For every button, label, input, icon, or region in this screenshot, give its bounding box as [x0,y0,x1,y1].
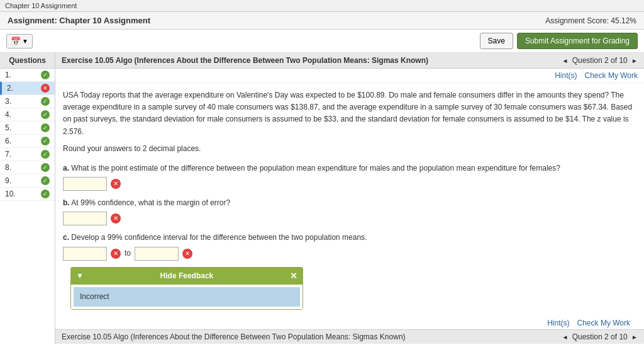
question-item-4[interactable]: 4.✓ [0,108,55,122]
question-number-4: 4. [5,110,11,119]
part-b-error-icon: ✕ [111,213,121,224]
questions-list: 1.✓2.✕3.✓4.✓5.✓6.✓7.✓8.✓9.✓10.✓ [0,69,55,201]
page-header: Assignment: Chapter 10 Assignment Assign… [0,12,644,30]
title-text: Chapter 10 Assignment [5,2,77,9]
part-c: c. Develop a 99% confidence interval for… [63,232,636,260]
question-status-icon-2: ✕ [41,84,50,93]
assignment-title: Assignment: Chapter 10 Assignment [8,16,150,25]
question-body: USA Today reports that the average expen… [55,83,644,344]
question-item-7[interactable]: 7.✓ [0,148,55,161]
hint-bar-top: Hint(s) Check My Work [55,69,644,83]
next-question-icon[interactable] [630,56,638,65]
calendar-button[interactable]: 📅 ▼ [6,34,33,48]
part-c-error-icon-right: ✕ [182,249,192,259]
feedback-hide-label: Hide Feedback [160,270,214,282]
question-status-icon-1: ✓ [41,71,50,79]
question-item-2[interactable]: 2.✕ [0,82,55,95]
question-number-8: 8. [5,163,11,172]
footer-prev-icon[interactable] [562,332,570,341]
question-item-6[interactable]: 6.✓ [0,135,55,148]
part-a-question: What is the point estimate of the differ… [71,164,560,173]
footer-nav-label: Question 2 of 10 [572,332,628,341]
hint-link-top[interactable]: Hint(s) [555,71,577,80]
exercise-title: Exercise 10.05 Algo (Inferences About th… [62,56,428,65]
part-c-to-label: to [125,247,131,259]
hint-link-bottom[interactable]: Hint(s) [547,317,569,329]
part-a-input[interactable] [63,177,107,191]
footer-bar: Exercise 10.05 Algo (Inferences About th… [55,329,644,344]
question-status-icon-9: ✓ [41,176,50,185]
round-note: Round your answers to 2 decimal places. [63,143,636,155]
part-b-label: b. [63,198,70,207]
question-number-2: 2. [7,84,13,93]
prev-question-icon[interactable] [562,56,570,65]
question-number-10: 10. [5,190,16,198]
part-c-input-left[interactable] [63,247,107,261]
question-status-icon-4: ✓ [41,110,50,119]
footer-nav: Question 2 of 10 [562,332,638,341]
feedback-header[interactable]: ▼ Hide Feedback ✕ [71,268,303,285]
question-nav: Question 2 of 10 [562,56,638,65]
toolbar-left: 📅 ▼ [6,34,476,48]
title-bar: Chapter 10 Assignment [0,0,644,12]
exercise-header: Exercise 10.05 Algo (Inferences About th… [55,53,644,69]
question-status-icon-6: ✓ [41,137,50,145]
question-item-1[interactable]: 1.✓ [0,69,55,82]
question-number-7: 7. [5,150,11,159]
part-c-input-row: ✕ to ✕ [63,247,636,261]
question-item-10[interactable]: 10.✓ [0,188,55,201]
question-status-icon-7: ✓ [41,150,50,159]
question-status-icon-8: ✓ [41,163,50,172]
question-item-3[interactable]: 3.✓ [0,95,55,108]
part-c-input-right[interactable] [135,247,179,261]
part-a: a. What is the point estimate of the dif… [63,162,636,191]
question-number-1: 1. [5,71,11,79]
save-button[interactable]: Save [480,33,513,49]
question-item-8[interactable]: 8.✓ [0,161,55,174]
question-nav-label: Question 2 of 10 [572,56,628,65]
assignment-score: Assignment Score: 45.12% [545,16,636,25]
part-b-question: At 99% confidence, what is the margin of… [71,198,230,207]
question-number-3: 3. [5,97,11,106]
footer-exercise-title: Exercise 10.05 Algo (Inferences About th… [62,332,406,341]
part-b-input[interactable] [63,212,107,225]
feedback-close-button[interactable]: ✕ [290,271,297,280]
questions-header: Questions [0,53,55,69]
feedback-panel: ▼ Hide Feedback ✕ Incorrect [70,267,303,310]
part-b-input-row: ✕ [63,212,636,225]
main-layout: Questions 1.✓2.✕3.✓4.✓5.✓6.✓7.✓8.✓9.✓10.… [0,53,644,344]
part-c-error-icon-left: ✕ [111,249,121,259]
dropdown-arrow-icon: ▼ [22,38,28,45]
part-c-question: Develop a 99% confidence interval for th… [71,233,367,242]
toolbar: 📅 ▼ Save Submit Assignment for Grading [0,30,644,53]
question-status-icon-3: ✓ [41,97,50,106]
part-a-label: a. [63,164,69,173]
feedback-triangle-icon: ▼ [76,270,84,282]
part-a-error-icon: ✕ [111,179,121,189]
part-b: b. At 99% confidence, what is the margin… [63,197,636,225]
submit-button[interactable]: Submit Assignment for Grading [517,33,638,49]
part-c-label: c. [63,233,69,242]
check-my-work-bottom[interactable]: Check My Work [577,317,630,329]
feedback-body: Incorrect [71,285,303,309]
question-item-5[interactable]: 5.✓ [0,122,55,135]
question-number-6: 6. [5,137,11,145]
question-number-9: 9. [5,176,11,185]
footer-next-icon[interactable] [630,332,638,341]
calendar-icon: 📅 [11,37,21,46]
question-status-icon-10: ✓ [41,190,50,198]
part-a-input-row: ✕ [63,177,636,191]
question-status-icon-5: ✓ [41,123,50,132]
question-text: USA Today reports that the average expen… [63,89,636,138]
incorrect-badge: Incorrect [74,287,300,307]
questions-panel: Questions 1.✓2.✕3.✓4.✓5.✓6.✓7.✓8.✓9.✓10.… [0,53,55,344]
question-item-9[interactable]: 9.✓ [0,174,55,188]
content-panel: Exercise 10.05 Algo (Inferences About th… [55,53,644,344]
question-paragraph: USA Today reports that the average expen… [63,91,632,136]
question-number-5: 5. [5,123,11,132]
check-my-work-top[interactable]: Check My Work [585,71,638,80]
